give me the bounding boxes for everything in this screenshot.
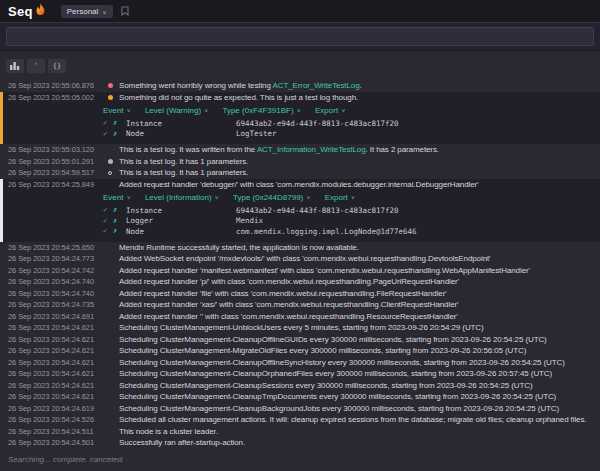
message-text: . — [359, 81, 361, 90]
log-event-row[interactable]: 26 Sep 2023 20:54:24.621Scheduling Clust… — [0, 380, 600, 392]
event-timestamp: 26 Sep 2023 20:54:24.621 — [8, 346, 108, 355]
event-timestamp: 26 Sep 2023 20:54:25.849 — [8, 180, 108, 189]
exclude-filter-icon[interactable]: ✗ — [113, 119, 126, 127]
event-message: Added request handler 'xas/' with class … — [119, 300, 600, 309]
json-view-toggle-button[interactable]: {} — [48, 59, 66, 73]
histogram-toggle-button[interactable] — [6, 59, 24, 73]
log-event-row[interactable]: 26 Sep 2023 20:54:24.691Added request ha… — [0, 311, 600, 323]
include-filter-icon[interactable]: ✓ — [103, 119, 113, 127]
menu-item-export[interactable]: Export∨ — [315, 106, 346, 115]
event-timestamp: 26 Sep 2023 20:54:24.740 — [8, 277, 108, 286]
log-event-row[interactable]: 26 Sep 2023 20:54:24.621Scheduling Clust… — [0, 357, 600, 369]
chevron-down-icon: ∨ — [351, 195, 355, 201]
event-message: Added request handler '' with class 'com… — [119, 312, 600, 321]
log-event-row[interactable]: 26 Sep 2023 20:54:24.742Added request ha… — [0, 265, 600, 277]
event-message: Added request handler 'manifest.webmanif… — [119, 266, 600, 275]
message-text: Scheduling ClusterManagement-CleanupBack… — [119, 404, 559, 413]
property-name: Node — [126, 129, 236, 138]
event-message: Scheduling ClusterManagement-CleanupOffl… — [119, 335, 600, 344]
menu-item-event[interactable]: Event∨ — [103, 106, 131, 115]
include-filter-icon[interactable]: ✓ — [103, 227, 113, 235]
event-link[interactable]: ACT_Error_WriteTestLog — [272, 81, 359, 90]
log-event-row[interactable]: 26 Sep 2023 20:54:24.740Added request ha… — [0, 276, 600, 288]
workspace-dropdown[interactable]: Personal ∨ — [61, 5, 113, 18]
event-property-row: ✓✗Instance69443ab2-e94d-443f-8813-c483ac… — [103, 118, 600, 129]
menu-item-export[interactable]: Export∨ — [325, 193, 356, 202]
message-text: This is a test log. It was written from … — [119, 145, 257, 154]
menu-item-level[interactable]: Level (Warning)∨ — [145, 106, 209, 115]
log-event-row[interactable]: 26 Sep 2023 20:54:24.621Scheduling Clust… — [0, 345, 600, 357]
message-text: Scheduling ClusterManagement-CleanupOffl… — [119, 358, 565, 367]
view-toolbar: ’ {} — [0, 51, 600, 80]
exclude-filter-icon[interactable]: ✗ — [113, 130, 126, 138]
message-text: Something did not go quite as expected. … — [119, 93, 358, 102]
message-text: Scheduling ClusterManagement-UnblockUser… — [119, 323, 484, 332]
message-text: Something went horribly wrong while test… — [119, 81, 272, 90]
expanded-event-panel: 26 Sep 2023 20:55:05.002Something did no… — [0, 92, 600, 145]
message-text: Added request handler 'p/' with class 'c… — [119, 277, 459, 286]
log-event-row[interactable]: 26 Sep 2023 20:54:24.619Scheduling Clust… — [0, 403, 600, 415]
search-input[interactable] — [6, 27, 594, 46]
property-value: 69443ab2-e94d-443f-8813-c483ac817f20 — [236, 206, 399, 215]
log-event-row[interactable]: 26 Sep 2023 20:54:25.849Added request ha… — [3, 179, 600, 191]
expanded-event-panel: 26 Sep 2023 20:54:25.849Added request ha… — [0, 179, 600, 242]
log-event-row[interactable]: 26 Sep 2023 20:54:24.511This node is a c… — [0, 426, 600, 438]
seq-flame-icon — [36, 1, 45, 19]
message-text: Scheduling ClusterManagement-CleanupOrph… — [119, 369, 552, 378]
log-event-row[interactable]: 26 Sep 2023 20:54:24.526Scheduled all cl… — [0, 414, 600, 426]
seq-logo[interactable]: Seq — [8, 4, 33, 19]
exclude-filter-icon[interactable]: ✗ — [113, 217, 126, 225]
log-event-row[interactable]: 26 Sep 2023 20:54:24.735Added request ha… — [0, 299, 600, 311]
event-timestamp: 26 Sep 2023 20:54:24.511 — [8, 427, 108, 436]
menu-item-type[interactable]: Type (0x244D8799)∨ — [233, 193, 311, 202]
menu-item-type[interactable]: Type (0xF4F391BF)∨ — [222, 106, 301, 115]
message-text: Scheduling ClusterManagement-CleanupOffl… — [119, 335, 547, 344]
event-message: Added request handler 'file' with class … — [119, 289, 600, 298]
bookmark-button[interactable] — [121, 6, 129, 16]
event-message: Scheduled all cluster management actions… — [119, 415, 600, 424]
chevron-down-icon: ∨ — [306, 195, 310, 201]
property-name: Instance — [126, 206, 236, 215]
menu-item-level[interactable]: Level (Information)∨ — [145, 193, 219, 202]
workspace-label: Personal — [67, 7, 99, 16]
log-event-row[interactable]: 26 Sep 2023 20:54:24.621Scheduling Clust… — [0, 322, 600, 334]
event-message: Something did not go quite as expected. … — [119, 93, 600, 102]
event-property-row: ✓✗LoggerMendix — [103, 216, 600, 227]
log-event-row[interactable]: 26 Sep 2023 20:54:24.621Scheduling Clust… — [0, 391, 600, 403]
menu-item-label: Export — [315, 106, 338, 115]
message-text: Added request handler '' with class 'com… — [119, 312, 458, 321]
log-event-row[interactable]: 26 Sep 2023 20:54:24.621Scheduling Clust… — [0, 334, 600, 346]
log-event-row[interactable]: 26 Sep 2023 20:54:25.650Mendix Runtime s… — [0, 242, 600, 254]
event-timestamp: 26 Sep 2023 20:54:59.517 — [8, 168, 108, 177]
event-timestamp: 26 Sep 2023 20:54:24.501 — [8, 438, 108, 447]
log-event-row[interactable]: 26 Sep 2023 20:55:03.120This is a test l… — [0, 144, 600, 156]
log-event-row[interactable]: 26 Sep 2023 20:54:59.517This is a test l… — [0, 167, 600, 179]
text-view-toggle-button[interactable]: ’ — [27, 59, 45, 73]
include-filter-icon[interactable]: ✓ — [103, 206, 113, 214]
event-timestamp: 26 Sep 2023 20:54:24.621 — [8, 392, 108, 401]
log-event-row[interactable]: 26 Sep 2023 20:54:24.501Successfully ran… — [0, 437, 600, 449]
property-value: LogTester — [236, 129, 277, 138]
include-filter-icon[interactable]: ✓ — [103, 130, 113, 138]
status-bar: Searching... complete. canceled. — [0, 451, 600, 471]
include-filter-icon[interactable]: ✓ — [103, 217, 113, 225]
menu-item-label: Type (0xF4F391BF) — [222, 106, 293, 115]
exclude-filter-icon[interactable]: ✗ — [113, 227, 126, 235]
log-event-row[interactable]: 26 Sep 2023 20:54:24.773Added WebSocket … — [0, 253, 600, 265]
log-event-row[interactable]: 26 Sep 2023 20:55:05.002Something did no… — [3, 92, 600, 104]
chevron-down-icon: ∨ — [215, 195, 219, 201]
log-event-row[interactable]: 26 Sep 2023 20:55:06.876Something went h… — [0, 80, 600, 92]
log-event-row[interactable]: 26 Sep 2023 20:55:01.291This is a test l… — [0, 156, 600, 168]
event-property-row: ✓✗Nodecom.mendix.logging.impl.LogNode@1d… — [103, 226, 600, 237]
menu-item-event[interactable]: Event∨ — [103, 193, 131, 202]
event-timestamp: 26 Sep 2023 20:54:24.621 — [8, 358, 108, 367]
event-link[interactable]: ACT_Information_WriteTestLog — [257, 145, 366, 154]
exclude-filter-icon[interactable]: ✗ — [113, 206, 126, 214]
event-message: Scheduling ClusterManagement-MigrateOldF… — [119, 346, 600, 355]
menu-item-label: Level (Warning) — [145, 106, 201, 115]
info-level-icon — [108, 159, 113, 164]
property-value: com.mendix.logging.impl.LogNode@1d77e646 — [236, 227, 417, 236]
log-event-row[interactable]: 26 Sep 2023 20:54:24.621Scheduling Clust… — [0, 368, 600, 380]
event-timestamp: 26 Sep 2023 20:54:24.621 — [8, 323, 108, 332]
log-event-row[interactable]: 26 Sep 2023 20:54:24.740Added request ha… — [0, 288, 600, 300]
